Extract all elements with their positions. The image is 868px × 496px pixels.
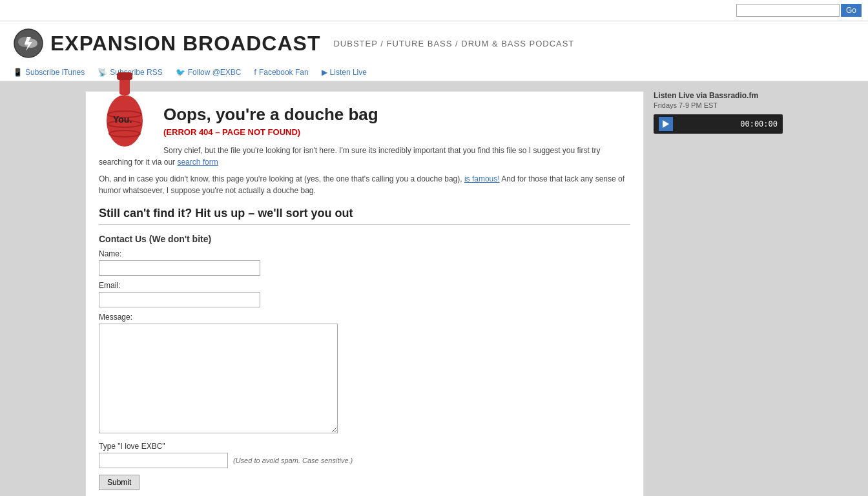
- site-tagline: DUBSTEP / FUTURE BASS / DRUM & BASS PODC…: [333, 39, 574, 48]
- error-subtitle: (ERROR 404 – PAGE NOT FOUND): [99, 127, 630, 137]
- message-textarea[interactable]: [99, 324, 338, 433]
- top-search-bar: Go: [0, 0, 868, 21]
- site-title: EXPANSION BROADCAST: [50, 32, 320, 56]
- douchebag-image: You.: [99, 66, 150, 152]
- subscribe-itunes-link[interactable]: 📱 Subscribe iTunes: [13, 68, 85, 77]
- name-label: Name:: [99, 249, 630, 258]
- email-label: Email:: [99, 281, 630, 290]
- error-description-2: Oh, and in case you didn't know, this pa…: [99, 173, 630, 196]
- is-famous-link[interactable]: is famous!: [464, 174, 500, 183]
- follow-exbc-link[interactable]: 🐦 Follow @EXBC: [176, 68, 242, 77]
- contact-title: Contact Us (We don't bite): [99, 234, 630, 244]
- svg-text:You.: You.: [113, 114, 132, 125]
- sidebar-schedule: Fridays 7-9 PM EST: [654, 101, 783, 109]
- sidebar-live-label: Listen Live via Bassradio.fm: [654, 91, 783, 100]
- contact-form-section: Contact Us (We don't bite) Name: Email: …: [99, 234, 630, 490]
- play-button[interactable]: [659, 117, 673, 131]
- go-button[interactable]: Go: [841, 4, 862, 17]
- logo-icon: [13, 28, 44, 59]
- itunes-icon: 📱: [13, 68, 23, 77]
- name-input[interactable]: [99, 260, 260, 276]
- sidebar: Listen Live via Bassradio.fm Fridays 7-9…: [654, 91, 783, 496]
- antispam-hint: (Used to avoid spam. Case sensitive.): [233, 457, 353, 464]
- submit-button[interactable]: Submit: [99, 475, 140, 490]
- player-time: 00:00:00: [676, 119, 778, 129]
- twitter-icon: 🐦: [176, 68, 185, 77]
- antispam-label: Type "I love EXBC": [99, 442, 630, 451]
- audio-player: 00:00:00: [654, 114, 783, 134]
- still-cant-find-heading: Still can't find it? Hit us up – we'll s…: [99, 207, 630, 225]
- play-nav-icon: ▶: [322, 68, 327, 77]
- logo-link[interactable]: EXPANSION BROADCAST: [13, 28, 320, 59]
- listen-live-link[interactable]: ▶ Listen Live: [322, 68, 367, 77]
- search-input[interactable]: [736, 4, 840, 17]
- page-body: You. Oops, you're a douche bag (ERROR 40…: [79, 81, 789, 496]
- main-content: You. Oops, you're a douche bag (ERROR 40…: [85, 91, 644, 496]
- facebook-icon: f: [254, 68, 256, 77]
- facebook-fan-link[interactable]: f Facebook Fan: [254, 68, 309, 77]
- search-form-link[interactable]: search form: [177, 158, 218, 167]
- antispam-input[interactable]: [99, 453, 228, 468]
- error-title: Oops, you're a douche bag: [99, 105, 630, 125]
- error-section: Oops, you're a douche bag (ERROR 404 – P…: [99, 105, 630, 196]
- play-triangle-icon: [663, 120, 669, 128]
- antispam-row: (Used to avoid spam. Case sensitive.): [99, 453, 630, 468]
- email-input[interactable]: [99, 292, 260, 307]
- svg-rect-6: [117, 72, 132, 80]
- error-description: Sorry chief, but the file you're looking…: [99, 145, 630, 168]
- message-label: Message:: [99, 313, 630, 322]
